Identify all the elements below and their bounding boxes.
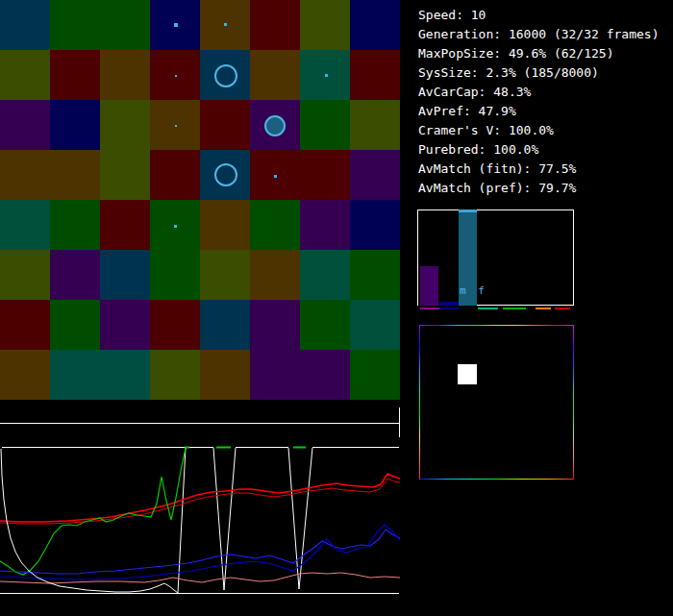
creature-dot [174,23,178,27]
grid-cell[interactable] [100,250,150,300]
grid-cell[interactable] [300,100,350,150]
stat-line: AvPref: 47.9% [418,102,659,121]
stats-panel: Speed: 10Generation: 16000 (32/32 frames… [418,6,659,198]
hist-border-top [417,209,574,210]
selection-ring [264,115,286,136]
grid-cell[interactable] [0,350,50,400]
grid-cell[interactable] [100,300,150,350]
grid-cell[interactable] [350,50,400,100]
stat-line: Generation: 16000 (32/32 frames) [418,25,659,44]
timeline-position-handle[interactable] [399,407,400,437]
spectrum-segment [503,308,526,309]
grid-cell[interactable] [50,250,100,300]
grid-cell[interactable] [100,0,150,50]
grid-cell[interactable] [250,250,300,300]
grid-cell[interactable] [300,350,350,400]
grid-cell[interactable] [300,300,350,350]
grid-cell[interactable] [100,200,150,250]
grid-cell[interactable] [250,50,300,100]
population-crash-funnel [288,448,312,589]
spectrum-segment [536,308,551,309]
grid-cell[interactable] [350,250,400,300]
history-chart [0,444,401,596]
creature-dot [325,74,328,77]
stat-line: Speed: 10 [418,6,659,25]
grid-cell[interactable] [50,0,100,50]
male-female-label: m f [460,284,487,297]
series-avmatch-pref-red [0,479,400,524]
selection-ring [214,64,237,87]
grid-cell[interactable] [150,350,200,400]
grid-cell[interactable] [0,250,50,300]
stat-line: MaxPopSize: 49.6% (62/125) [418,44,659,63]
creature-dot [224,23,227,26]
grid-cell[interactable] [50,300,100,350]
grid-cell[interactable] [200,250,250,300]
purple-species-bar [420,266,438,306]
grid-cell[interactable] [50,350,100,400]
grid-cell[interactable] [300,0,350,50]
hist-border-left [417,209,418,306]
spectrum-segment [420,308,439,309]
creature-dot [175,125,177,127]
navy-species-bar [439,302,459,306]
series-avmatch-fitn-red [0,474,400,522]
population-crash-funnel [213,448,236,590]
rainbow-edge-right [573,325,574,480]
grid-cell[interactable] [100,100,150,150]
hist-border-right [573,209,574,306]
world-grid[interactable] [0,0,400,400]
rainbow-edge-top [419,325,574,326]
grid-cell[interactable] [300,200,350,250]
stat-line: AvCarCap: 48.3% [418,83,659,102]
grid-cell[interactable] [0,0,50,50]
grid-cell[interactable] [50,100,100,150]
grid-cell[interactable] [350,150,400,200]
grid-cell[interactable] [50,150,100,200]
preference-space-box [419,325,574,480]
grid-cell[interactable] [200,100,250,150]
grid-cell[interactable] [0,300,50,350]
stat-line: Cramer's V: 100.0% [418,121,659,140]
grid-cell[interactable] [50,200,100,250]
grid-cell[interactable] [300,250,350,300]
timeline-track[interactable] [0,423,400,424]
spectrum-segment [439,308,459,309]
series-avpref-blue-dark [0,525,400,579]
grid-cell[interactable] [350,100,400,150]
series-avcarcap-blue [0,530,400,574]
grid-cell[interactable] [350,0,400,50]
grid-cell[interactable] [350,350,400,400]
grid-cell[interactable] [300,150,350,200]
grid-cell[interactable] [350,200,400,250]
grid-cell[interactable] [250,300,300,350]
population-crash-funnel [178,448,186,593]
grid-cell[interactable] [200,300,250,350]
grid-cell[interactable] [50,50,100,100]
teal-species-bar-overflow-cap [459,209,477,212]
grid-cell[interactable] [100,150,150,200]
stat-line: AvMatch (pref): 79.7% [418,179,659,198]
grid-cell[interactable] [0,150,50,200]
creature-dot [175,75,177,77]
creature-dot [174,225,177,228]
grid-cell[interactable] [0,100,50,150]
grid-cell[interactable] [250,200,300,250]
grid-cell[interactable] [0,50,50,100]
creature-dot [274,175,277,178]
spectrum-segment [555,308,570,309]
grid-cell[interactable] [0,200,50,250]
grid-cell[interactable] [100,350,150,400]
grid-cell[interactable] [250,0,300,50]
grid-cell[interactable] [150,150,200,200]
grid-cell[interactable] [350,300,400,350]
grid-cell[interactable] [200,350,250,400]
grid-cell[interactable] [250,350,300,400]
grid-cell[interactable] [100,50,150,100]
grid-cell[interactable] [150,250,200,300]
stat-line: SysSize: 2.3% (185/8000) [418,63,659,83]
stat-line: Purebred: 100.0% [418,140,659,160]
population-histogram: m f [417,209,574,306]
grid-cell[interactable] [150,300,200,350]
grid-cell[interactable] [200,200,250,250]
